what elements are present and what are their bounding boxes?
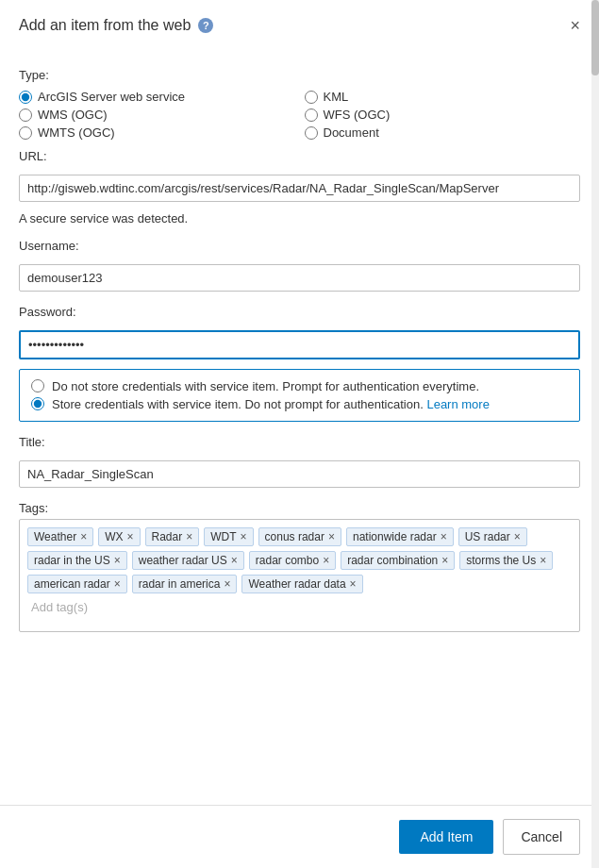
radio-wms-label: WMS (OGC): [38, 108, 108, 122]
tag-item: WDT×: [204, 527, 253, 546]
username-input[interactable]: [19, 264, 580, 292]
radio-kml: KML: [305, 90, 581, 104]
tag-text: WX: [105, 530, 123, 543]
password-label: Password:: [19, 305, 580, 319]
tag-item: radar combination×: [341, 551, 455, 570]
add-item-button[interactable]: Add Item: [399, 820, 493, 854]
title-input[interactable]: [19, 460, 580, 488]
tag-item: storms the Us×: [459, 551, 553, 570]
dialog-footer: Add Item Cancel: [0, 805, 599, 868]
tag-item: radar combo×: [249, 551, 336, 570]
dialog-title-text: Add an item from the web: [19, 17, 191, 34]
tag-text: US radar: [465, 530, 510, 543]
tag-item: Radar×: [145, 527, 200, 546]
tag-item: Weather×: [27, 527, 93, 546]
dialog-body: Type: ArcGIS Server web service KML WMS …: [0, 45, 599, 795]
tag-remove-icon[interactable]: ×: [114, 555, 121, 566]
tag-text: weather radar US: [139, 554, 227, 567]
tag-item: nationwide radar×: [346, 527, 454, 546]
tag-item: conus radar×: [258, 527, 341, 546]
dialog-header: Add an item from the web ? ×: [0, 0, 599, 45]
radio-wms-input[interactable]: [19, 108, 32, 122]
tag-remove-icon[interactable]: ×: [540, 555, 546, 566]
tag-text: nationwide radar: [353, 530, 437, 543]
learn-more-link[interactable]: Learn more: [426, 397, 489, 411]
tag-remove-icon[interactable]: ×: [186, 531, 192, 542]
tag-item: american radar×: [27, 575, 127, 593]
close-icon[interactable]: ×: [570, 17, 580, 34]
tag-remove-icon[interactable]: ×: [514, 531, 521, 542]
credential-option-no-store: Do not store credentials with service it…: [31, 379, 568, 393]
radio-wmts-label: WMTS (OGC): [38, 125, 115, 140]
radio-arcgis-input[interactable]: [19, 91, 32, 104]
cancel-button[interactable]: Cancel: [503, 819, 580, 855]
radio-wms: WMS (OGC): [19, 108, 295, 122]
tag-item: Weather radar data×: [241, 575, 362, 593]
credential-option-store: ➜ Store credentials with service item. D…: [31, 397, 568, 411]
scrollbar-track: [591, 0, 599, 868]
tag-text: Weather: [34, 530, 76, 543]
tag-item: radar in the US×: [27, 551, 127, 570]
tag-remove-icon[interactable]: ×: [441, 555, 448, 566]
radio-no-store-input[interactable]: [31, 379, 44, 392]
tag-remove-icon[interactable]: ×: [127, 531, 134, 542]
radio-kml-label: KML: [324, 90, 349, 104]
radio-wfs-label: WFS (OGC): [324, 108, 391, 122]
password-input[interactable]: [19, 330, 580, 359]
tag-remove-icon[interactable]: ×: [114, 578, 121, 590]
url-input[interactable]: [19, 175, 580, 202]
tag-remove-icon[interactable]: ×: [224, 578, 230, 590]
tag-text: storms the Us: [466, 554, 536, 567]
scrollbar-thumb[interactable]: [591, 0, 599, 75]
tag-text: Radar: [152, 530, 183, 543]
radio-document: Document: [305, 125, 581, 140]
url-label: URL:: [19, 149, 580, 163]
radio-arcgis-label: ArcGIS Server web service: [38, 90, 185, 104]
tag-text: american radar: [34, 577, 110, 591]
tag-remove-icon[interactable]: ×: [328, 531, 335, 542]
tag-item: US radar×: [458, 527, 527, 546]
tag-remove-icon[interactable]: ×: [241, 531, 247, 542]
radio-arcgis: ArcGIS Server web service: [19, 90, 295, 104]
tag-text: Weather radar data: [248, 577, 345, 591]
tag-text: radar combination: [347, 554, 438, 567]
radio-document-label: Document: [324, 125, 379, 140]
tag-item: WX×: [98, 527, 140, 546]
radio-store-label: Store credentials with service item. Do …: [52, 397, 490, 411]
tag-text: conus radar: [265, 530, 324, 543]
tag-item: radar in america×: [132, 575, 238, 593]
tag-remove-icon[interactable]: ×: [231, 555, 238, 566]
tags-label: Tags:: [19, 501, 48, 515]
dialog-title: Add an item from the web ?: [19, 17, 213, 34]
radio-wfs: WFS (OGC): [305, 108, 581, 122]
tag-text: WDT: [210, 530, 236, 543]
tags-container[interactable]: Weather×WX×Radar×WDT×conus radar×nationw…: [19, 519, 580, 632]
title-label: Title:: [19, 435, 580, 449]
type-label: Type:: [19, 68, 580, 82]
radio-wfs-input[interactable]: [305, 108, 318, 122]
add-tags-placeholder[interactable]: Add tag(s): [27, 598, 572, 616]
tags-row: Tags:: [19, 501, 580, 515]
tag-remove-icon[interactable]: ×: [80, 531, 87, 542]
type-radio-group: ArcGIS Server web service KML WMS (OGC) …: [19, 90, 580, 140]
tag-text: radar combo: [256, 554, 319, 567]
help-icon[interactable]: ?: [198, 18, 213, 33]
tag-remove-icon[interactable]: ×: [441, 531, 447, 542]
tag-text: radar in the US: [34, 554, 110, 567]
radio-wmts-input[interactable]: [19, 126, 32, 140]
tag-remove-icon[interactable]: ×: [323, 555, 329, 566]
add-item-dialog: Add an item from the web ? × Type: ArcGI…: [0, 0, 599, 868]
tag-remove-icon[interactable]: ×: [350, 578, 357, 590]
tag-text: radar in america: [139, 577, 221, 591]
radio-no-store-label: Do not store credentials with service it…: [52, 379, 479, 393]
radio-wmts: WMTS (OGC): [19, 125, 295, 140]
radio-kml-input[interactable]: [305, 91, 318, 104]
credential-options: Do not store credentials with service it…: [19, 369, 580, 422]
tag-item: weather radar US×: [132, 551, 244, 570]
username-label: Username:: [19, 239, 580, 253]
radio-store-input[interactable]: [31, 397, 44, 410]
secure-notice: A secure service was detected.: [19, 211, 580, 225]
radio-document-input[interactable]: [305, 126, 318, 140]
